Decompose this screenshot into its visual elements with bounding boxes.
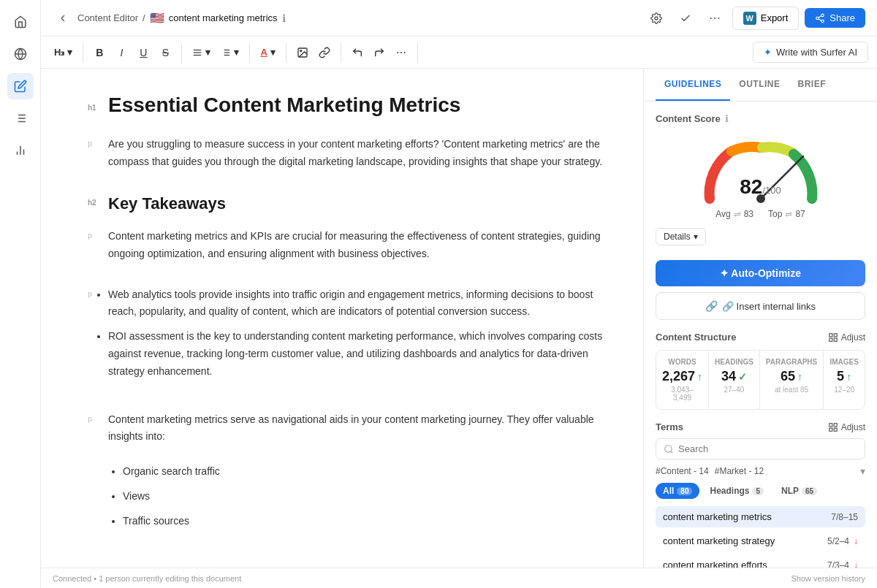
article-title[interactable]: Essential Content Marketing Metrics xyxy=(108,92,460,118)
filter-tags-list: #Content - 14 #Market - 12 xyxy=(656,466,764,476)
italic-button[interactable]: I xyxy=(111,42,132,63)
list-dropdown[interactable]: ▾ xyxy=(216,42,243,63)
breadcrumb-info-icon[interactable]: ℹ xyxy=(282,12,286,24)
term-item-1[interactable]: content marketing strategy 5/2–4 ↓ xyxy=(656,530,865,551)
section-title-h2[interactable]: Key Takeaways xyxy=(108,194,226,213)
gauge-score-denom: /100 xyxy=(762,185,781,196)
image-button[interactable] xyxy=(292,42,313,63)
svg-rect-36 xyxy=(834,428,837,431)
details-button[interactable]: Details ▾ xyxy=(656,228,706,245)
images-value: 5 ↑ xyxy=(829,369,859,384)
right-panel-content: Content Score ℹ xyxy=(644,102,877,568)
paragraph-2[interactable]: Content marketing metrics and KPIs are c… xyxy=(108,228,608,263)
top-label: Top xyxy=(768,209,782,219)
undo-button[interactable] xyxy=(347,42,368,63)
format-group: B I U S xyxy=(89,42,182,63)
back-button[interactable] xyxy=(53,8,73,28)
avg-value: 83 xyxy=(744,209,753,219)
redo-button[interactable] xyxy=(369,42,390,63)
images-cell: IMAGES 5 ↑ 12–20 xyxy=(824,351,865,409)
headings-label: HEADINGS xyxy=(715,358,753,366)
settings-button[interactable] xyxy=(645,7,668,30)
terms-tab-headings[interactable]: Headings 5 xyxy=(702,483,771,499)
underline-button[interactable]: U xyxy=(133,42,153,63)
link-button[interactable] xyxy=(314,42,335,63)
term-arrow-down-icon-1: ↓ xyxy=(854,536,858,546)
more-toolbar-button[interactable]: ⋯ xyxy=(391,42,411,63)
bullet-item-5[interactable]: Traffic sources xyxy=(123,513,608,530)
highlight-dropdown[interactable]: A ▾ xyxy=(256,42,279,63)
tab-guidelines[interactable]: GUIDELINES xyxy=(656,69,730,101)
bold-button[interactable]: B xyxy=(89,42,110,63)
content-score-header: Content Score ℹ xyxy=(656,113,865,124)
svg-point-12 xyxy=(821,14,824,17)
term-name-0: content marketing metrics xyxy=(663,511,772,522)
insert-internal-links-button[interactable]: 🔗 🔗 Insert internal links xyxy=(656,292,865,320)
paragraph-3[interactable]: Content marketing metrics serve as navig… xyxy=(108,411,608,446)
svg-point-14 xyxy=(821,20,824,23)
top-value: 87 xyxy=(795,209,805,219)
strikethrough-button[interactable]: S xyxy=(155,42,175,63)
terms-tabs: All 80 Headings 5 NLP 65 xyxy=(656,483,865,499)
term-item-2[interactable]: content marketing efforts 7/3–4 ↓ xyxy=(656,554,865,568)
terms-tab-all[interactable]: All 80 xyxy=(656,483,699,499)
words-label: WORDS xyxy=(662,358,702,366)
search-input[interactable] xyxy=(678,443,857,454)
content-structure-header: Content Structure Adjust xyxy=(656,332,865,343)
bullet-item-1[interactable]: Web analytics tools provide insights int… xyxy=(108,286,608,321)
auto-optimize-button[interactable]: ✦ Auto-Optimize xyxy=(656,260,865,286)
gauge-score-display: 82/100 xyxy=(740,175,781,199)
p-tag-2: p xyxy=(88,232,102,240)
bullet-list-1: Web analytics tools provide insights int… xyxy=(108,286,608,388)
top-stat: Top ⇌ 87 xyxy=(768,209,805,219)
tab-brief[interactable]: BRIEF xyxy=(789,69,835,101)
bullet-item-3[interactable]: Organic search traffic xyxy=(123,463,608,481)
heading-dropdown[interactable]: H₃ ▾ xyxy=(50,42,77,63)
filter-tag-content[interactable]: #Content - 14 xyxy=(656,466,709,476)
sidebar-chart-icon[interactable] xyxy=(7,137,34,164)
more-button[interactable]: ⋯ xyxy=(703,7,726,30)
editor-area[interactable]: h1 Essential Content Marketing Metrics p… xyxy=(41,69,643,568)
sidebar-home-icon[interactable] xyxy=(7,9,34,35)
sidebar-editor-icon[interactable] xyxy=(7,73,34,99)
check-button[interactable] xyxy=(674,7,697,30)
svg-rect-32 xyxy=(834,338,837,341)
avg-label: Avg xyxy=(715,209,730,219)
version-history-link[interactable]: Show version history xyxy=(791,574,866,583)
tab-outline[interactable]: OUTLINE xyxy=(730,69,789,101)
svg-rect-31 xyxy=(834,333,837,336)
bullet-item-4[interactable]: Views xyxy=(123,488,608,505)
structure-adjust-button[interactable]: Adjust xyxy=(828,332,865,343)
main-area: Content Editor / 🇺🇸 content marketing me… xyxy=(41,0,877,588)
term-item-0[interactable]: content marketing metrics 7/8–15 xyxy=(656,506,865,527)
terms-adjust-button[interactable]: Adjust xyxy=(828,422,865,432)
svg-point-11 xyxy=(655,17,658,20)
headings-value: 34 ✓ xyxy=(715,369,753,384)
headings-check-icon: ✓ xyxy=(738,371,747,383)
align-dropdown[interactable]: ▾ xyxy=(188,42,215,63)
headings-badge: 5 xyxy=(752,487,764,495)
paragraphs-range: at least 85 xyxy=(766,386,817,394)
terms-header: Terms Adjust xyxy=(656,421,865,432)
align-group: ▾ ▾ xyxy=(188,42,250,63)
headings-range: 27–40 xyxy=(715,386,753,394)
write-ai-button[interactable]: ✦ Write with Surfer AI xyxy=(753,42,868,63)
sidebar-world-icon[interactable] xyxy=(7,41,34,67)
svg-point-13 xyxy=(816,17,819,20)
search-icon xyxy=(664,444,674,454)
chevron-down-icon: ▾ xyxy=(205,47,210,58)
sidebar-list-icon[interactable] xyxy=(7,105,34,131)
share-button[interactable]: Share xyxy=(805,8,865,28)
paragraph-1[interactable]: Are you struggling to measure success in… xyxy=(108,136,608,171)
words-value: 2,267 ↑ xyxy=(662,369,702,384)
nlp-badge: 65 xyxy=(802,487,817,495)
content-score-info-icon[interactable]: ℹ xyxy=(725,113,729,124)
content-structure-label: Content Structure xyxy=(656,332,737,343)
svg-point-38 xyxy=(665,445,672,451)
terms-tab-nlp[interactable]: NLP 65 xyxy=(774,483,824,499)
bullet-item-2[interactable]: ROI assessment is the key to understandi… xyxy=(108,328,608,380)
export-button[interactable]: W Export xyxy=(732,7,800,30)
filter-chevron-icon[interactable]: ▾ xyxy=(860,465,865,477)
filter-tag-market[interactable]: #Market - 12 xyxy=(715,466,764,476)
terms-search-bar[interactable] xyxy=(656,438,865,459)
